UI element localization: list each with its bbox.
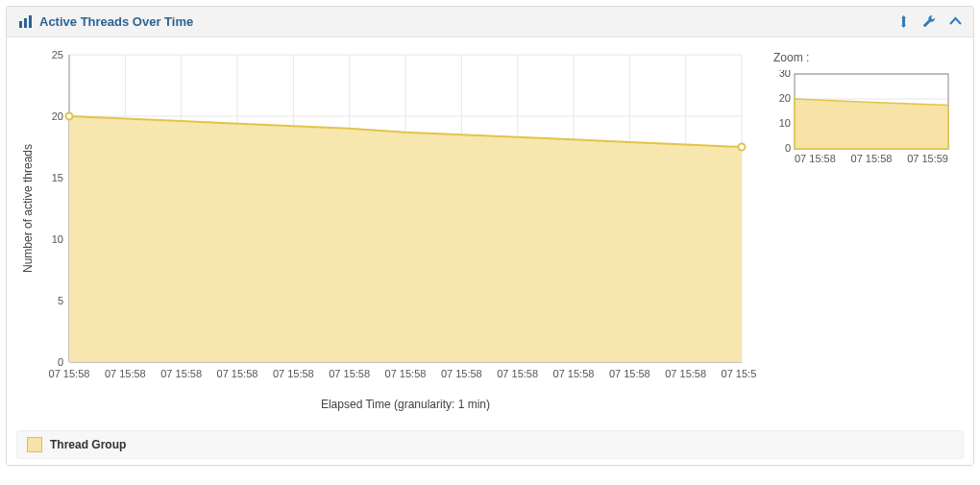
legend: Thread Group <box>16 430 964 459</box>
series-area <box>69 116 742 362</box>
svg-text:30: 30 <box>779 70 791 79</box>
chart-panel: Active Threads Over Time 051015202507 15… <box>6 6 974 466</box>
main-chart-svg: 051015202507 15:5807 15:5807 15:5807 15:… <box>16 45 756 420</box>
svg-text:07 15:58: 07 15:58 <box>160 368 202 379</box>
panel-actions <box>897 15 962 28</box>
legend-swatch <box>27 437 42 452</box>
svg-text:10: 10 <box>52 233 63 245</box>
svg-text:07 15:58: 07 15:58 <box>385 368 427 379</box>
mini-chart-column: Zoom : 010203007 15:5807 15:5807 15:59 <box>772 45 964 169</box>
svg-text:07 15:59: 07 15:59 <box>907 153 948 164</box>
svg-text:20: 20 <box>52 110 63 122</box>
svg-rect-0 <box>19 21 22 28</box>
svg-text:Elapsed Time (granularity: 1 m: Elapsed Time (granularity: 1 min) <box>321 398 490 411</box>
svg-text:07 15:58: 07 15:58 <box>105 368 146 379</box>
svg-text:07 15:58: 07 15:58 <box>49 368 90 379</box>
svg-text:07 15:58: 07 15:58 <box>217 368 258 379</box>
svg-rect-2 <box>29 15 32 28</box>
svg-text:15: 15 <box>52 172 63 183</box>
panel-title: Active Threads Over Time <box>39 14 193 29</box>
svg-text:07 15:58: 07 15:58 <box>609 368 650 379</box>
svg-text:20: 20 <box>779 92 791 104</box>
svg-text:07 15:58: 07 15:58 <box>851 153 893 164</box>
svg-text:07 15:58: 07 15:58 <box>497 368 538 379</box>
svg-text:Number of active threads: Number of active threads <box>21 144 35 273</box>
chevron-up-icon[interactable] <box>949 15 962 28</box>
svg-text:5: 5 <box>58 295 63 306</box>
zoom-label: Zoom : <box>773 51 964 64</box>
svg-point-44 <box>739 144 746 151</box>
panel-header: Active Threads Over Time <box>7 7 973 37</box>
main-chart: 051015202507 15:5807 15:5807 15:5807 15:… <box>16 45 756 423</box>
svg-text:07 15:58: 07 15:58 <box>795 153 836 164</box>
wrench-icon[interactable] <box>923 15 936 28</box>
mini-chart-svg[interactable]: 010203007 15:5807 15:5807 15:59 <box>772 70 954 166</box>
svg-text:25: 25 <box>52 49 63 61</box>
svg-text:07 15:58: 07 15:58 <box>665 368 706 379</box>
svg-text:07 15:58: 07 15:58 <box>553 368 595 379</box>
svg-rect-1 <box>24 18 27 28</box>
svg-text:0: 0 <box>58 356 63 368</box>
bar-chart-icon <box>18 15 32 29</box>
svg-text:07 15:58: 07 15:58 <box>329 368 370 379</box>
svg-text:07 15:58: 07 15:58 <box>273 368 314 379</box>
svg-point-43 <box>66 113 73 120</box>
svg-text:0: 0 <box>785 142 791 154</box>
svg-text:07 15:58: 07 15:58 <box>441 368 482 379</box>
legend-series-label: Thread Group <box>50 438 126 451</box>
svg-text:10: 10 <box>779 117 791 129</box>
panel-body: 051015202507 15:5807 15:5807 15:5807 15:… <box>7 37 973 465</box>
svg-text:07 15:59: 07 15:59 <box>722 368 756 379</box>
move-icon[interactable] <box>897 15 910 28</box>
